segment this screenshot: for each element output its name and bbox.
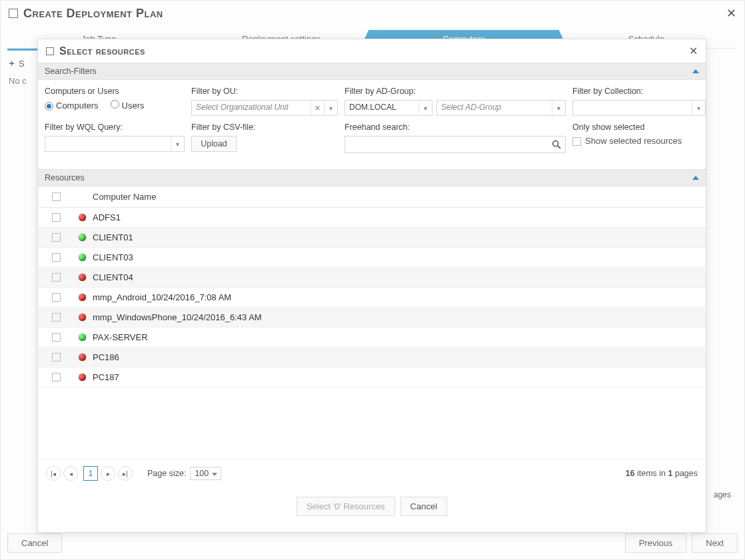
filter-ou-combo[interactable]: Select Organizational Unit ✕ ▾: [191, 100, 338, 116]
chevron-down-icon[interactable]: ▾: [418, 101, 432, 115]
filter-collection-label: Filter by Collection:: [572, 87, 706, 96]
table-row[interactable]: mmp_Android_10/24/2016_7:08 AM: [38, 288, 706, 308]
row-checkbox[interactable]: [52, 353, 61, 362]
next-button[interactable]: Next: [692, 533, 738, 553]
page-size-select[interactable]: 100: [190, 467, 221, 480]
resources-section-header[interactable]: Resources: [38, 169, 706, 186]
status-icon: [79, 254, 86, 261]
computer-name-cell: mmp_Android_10/24/2016_7:08 AM: [93, 292, 231, 302]
status-icon: [79, 234, 86, 241]
plus-icon: ＋: [7, 57, 16, 69]
cancel-button[interactable]: Cancel: [7, 533, 62, 553]
status-icon: [79, 294, 86, 301]
search-input[interactable]: [345, 137, 548, 152]
computer-name-cell: PAX-SERVER: [93, 332, 148, 342]
pager-last-icon[interactable]: ▸|: [118, 466, 133, 481]
status-icon: [79, 354, 86, 361]
chevron-down-icon[interactable]: ▾: [171, 137, 184, 151]
table-row[interactable]: ADFS1: [38, 208, 706, 228]
status-icon: [79, 334, 86, 341]
table-row[interactable]: CLIENT04: [38, 268, 706, 288]
svg-point-0: [553, 141, 558, 146]
row-checkbox[interactable]: [52, 333, 61, 342]
select-resources-button[interactable]: Select '0' Resources: [297, 497, 395, 516]
svg-line-1: [558, 146, 560, 148]
filter-csv-label: Filter by CSV-file:: [191, 123, 338, 132]
filter-ou-label: Filter by OU:: [191, 87, 338, 96]
only-show-selected-label: Only show selected: [572, 123, 706, 132]
freehand-search-label: Freehand search:: [345, 123, 566, 132]
computer-name-cell: CLIENT01: [93, 232, 133, 242]
previous-button[interactable]: Previous: [625, 533, 687, 553]
page-size-label: Page size:: [147, 469, 186, 478]
search-filters-section-header[interactable]: Search-Filters: [38, 63, 706, 80]
table-row[interactable]: PAX-SERVER: [38, 328, 706, 348]
chevron-up-icon: [692, 69, 699, 73]
select-resources-modal: Select resources ✕ Search-Filters Comput…: [37, 39, 706, 533]
pager-current-page[interactable]: 1: [83, 466, 98, 481]
filter-wql-label: Filter by WQL Query:: [45, 123, 185, 132]
page-title: Create Deployment Plan: [23, 7, 163, 21]
status-icon: [79, 314, 86, 321]
computer-name-cell: CLIENT04: [93, 272, 133, 282]
computer-name-cell: PC187: [93, 372, 119, 382]
status-icon: [79, 274, 86, 281]
pager-next-icon[interactable]: ▸: [101, 466, 115, 481]
bg-pager-text: ages: [714, 490, 731, 499]
row-checkbox[interactable]: [52, 373, 61, 382]
status-icon: [79, 214, 86, 221]
show-selected-checkbox[interactable]: Show selected resources: [572, 136, 682, 146]
progress-indicator: [7, 49, 41, 51]
table-row[interactable]: PC186: [38, 348, 706, 368]
chevron-down-icon[interactable]: ▾: [692, 101, 705, 115]
modal-title: Select resources: [59, 45, 145, 57]
freehand-search-input[interactable]: [345, 136, 566, 153]
adgroup-combo[interactable]: Select AD-Group ▾: [436, 100, 566, 116]
filter-collection-combo[interactable]: ▾: [572, 100, 706, 116]
pager-prev-icon[interactable]: ◂: [63, 466, 78, 481]
computer-name-cell: mmp_WindowsPhone_10/24/2016_6:43 AM: [93, 312, 262, 322]
close-icon[interactable]: ✕: [726, 6, 736, 21]
filter-wql-combo[interactable]: ▾: [45, 136, 185, 152]
status-icon: [79, 374, 86, 381]
table-row[interactable]: CLIENT01: [38, 228, 706, 248]
radio-computers[interactable]: Computers: [45, 101, 99, 111]
adgroup-domain-combo[interactable]: DOM.LOCAL ▾: [345, 100, 432, 116]
select-all-checkbox[interactable]: [52, 192, 61, 201]
pager-first-icon[interactable]: |◂: [46, 466, 61, 481]
window-icon: [9, 9, 18, 18]
filter-adgroup-label: Filter by AD-Group:: [345, 87, 566, 96]
computer-name-cell: CLIENT03: [93, 252, 133, 262]
close-icon[interactable]: ✕: [689, 45, 698, 57]
pager-summary: 16 items in 1 pages: [626, 469, 698, 478]
computers-or-users-label: Computers or Users: [45, 87, 185, 96]
search-icon[interactable]: [548, 137, 565, 152]
table-row[interactable]: mmp_WindowsPhone_10/24/2016_6:43 AM: [38, 308, 706, 328]
computer-name-cell: ADFS1: [93, 212, 121, 222]
table-row[interactable]: PC187: [38, 368, 706, 388]
cancel-button[interactable]: Cancel: [400, 497, 447, 516]
computer-name-cell: PC186: [93, 352, 119, 362]
window-icon: [46, 47, 54, 55]
row-checkbox[interactable]: [52, 253, 61, 262]
chevron-down-icon[interactable]: ▾: [324, 101, 337, 115]
row-checkbox[interactable]: [52, 273, 61, 282]
upload-button[interactable]: Upload: [191, 136, 237, 152]
radio-users[interactable]: Users: [111, 100, 145, 111]
row-checkbox[interactable]: [52, 293, 61, 302]
row-checkbox[interactable]: [52, 213, 61, 222]
column-header-computer-name[interactable]: Computer Name: [93, 192, 156, 202]
clear-icon[interactable]: ✕: [311, 101, 324, 115]
row-checkbox[interactable]: [52, 233, 61, 242]
table-row[interactable]: CLIENT03: [38, 248, 706, 268]
chevron-up-icon: [692, 176, 699, 180]
row-checkbox[interactable]: [52, 313, 61, 322]
chevron-down-icon[interactable]: ▾: [552, 101, 565, 115]
